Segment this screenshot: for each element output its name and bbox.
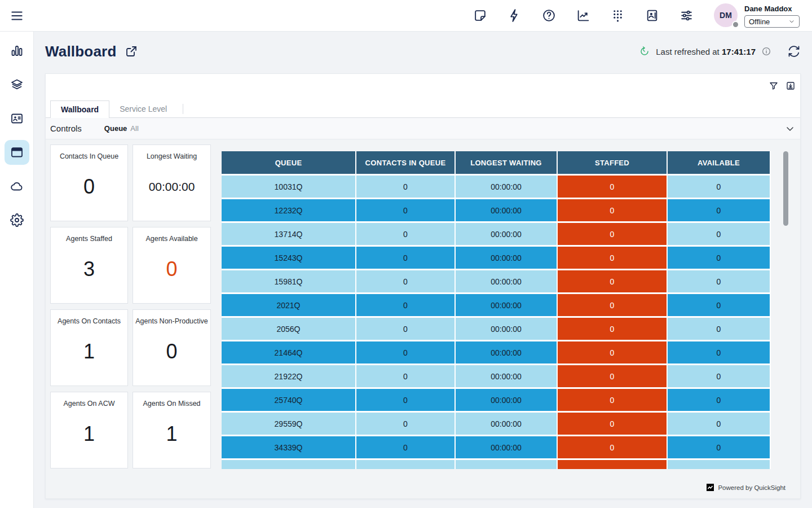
user-meta: Dane Maddox Offline — [744, 3, 800, 28]
tab-bar: WallboardService Level — [46, 100, 800, 118]
topbar-button-zap[interactable] — [508, 8, 522, 23]
quicksight-footer: Powered by QuickSight — [707, 484, 785, 491]
table-cell: 0 — [668, 199, 770, 221]
refresh-icon — [787, 45, 801, 58]
sidebar-item-metrics[interactable] — [5, 38, 29, 63]
table-cell: 0 — [356, 341, 454, 364]
table-cell: 0 — [558, 247, 667, 269]
help-icon — [542, 8, 556, 23]
table-cell: 15981Q — [222, 270, 355, 292]
kpi-card: Agents On ACW1 — [50, 392, 128, 468]
download-button[interactable] — [785, 81, 796, 91]
topbar-icon-group — [473, 8, 694, 23]
topbar-right: DM Dane Maddox Offline — [473, 3, 812, 28]
bar-chart-icon — [10, 44, 24, 58]
table-cell — [222, 460, 355, 469]
table-cell: 0 — [668, 294, 770, 316]
dashboard-sheet: Contacts In Queue0Longest Waiting00:00:0… — [46, 139, 800, 498]
refresh-button[interactable] — [787, 45, 801, 58]
column-header: LONGEST WAITING — [456, 151, 557, 174]
column-header: QUEUE — [222, 151, 355, 174]
open-external-button[interactable] — [125, 45, 138, 58]
queue-table: QUEUECONTACTS IN QUEUELONGEST WAITINGSTA… — [222, 151, 771, 469]
table-cell: 0 — [356, 413, 454, 435]
kpi-card: Agents Staffed3 — [50, 227, 128, 304]
table-cell — [356, 460, 454, 469]
status-select-value: Offline — [749, 17, 770, 26]
sidebar-item-contacts[interactable] — [5, 106, 29, 131]
refresh-area: Last refreshed at 17:41:17 — [639, 45, 801, 58]
table-cell: 0 — [668, 436, 770, 458]
sidebar-item-cloud[interactable] — [5, 174, 29, 199]
external-link-icon — [125, 45, 138, 58]
id-card-icon — [10, 112, 24, 125]
table-cell: 0 — [668, 318, 770, 340]
topbar: DM Dane Maddox Offline — [0, 0, 812, 32]
avatar[interactable]: DM — [714, 3, 738, 27]
sidebar-item-settings[interactable] — [5, 208, 29, 233]
tab-service-level[interactable]: Service Level — [109, 100, 177, 117]
queue-filter[interactable]: Queue All — [104, 124, 139, 133]
table-cell — [558, 460, 667, 469]
table-cell: 0 — [558, 199, 667, 221]
info-button[interactable] — [761, 46, 771, 56]
cloud-icon — [10, 179, 24, 193]
table-cell: 0 — [356, 247, 454, 269]
kpi-label: Agents On Contacts — [58, 317, 121, 325]
sidebar — [0, 32, 34, 508]
kpi-value: 0 — [166, 325, 177, 386]
layers-icon — [10, 78, 24, 91]
sidebar-item-wallboard[interactable] — [5, 140, 29, 165]
table-cell: 0 — [356, 294, 454, 316]
kpi-value: 1 — [166, 408, 177, 468]
table-cell: 34339Q — [222, 436, 355, 458]
menu-button[interactable] — [8, 7, 25, 24]
kpi-label: Agents Staffed — [66, 235, 112, 243]
dashboard-card: WallboardService Level Controls Queue Al… — [45, 73, 801, 499]
table-cell: 0 — [668, 176, 770, 198]
user-area: DM Dane Maddox Offline — [714, 3, 800, 28]
kpi-value: 1 — [83, 408, 95, 468]
sidebar-item-layers[interactable] — [5, 72, 29, 97]
topbar-button-dialpad[interactable] — [611, 8, 625, 23]
tab-wallboard[interactable]: Wallboard — [50, 100, 109, 118]
table-cell: 0 — [668, 413, 770, 435]
kpi-label: Agents Available — [145, 235, 197, 243]
topbar-button-contact-book[interactable] — [645, 8, 659, 23]
info-icon — [761, 46, 771, 56]
table-cell: 0 — [558, 270, 667, 292]
topbar-button-line-chart[interactable] — [576, 8, 590, 23]
table-scrollbar[interactable] — [783, 151, 788, 226]
topbar-button-note[interactable] — [473, 8, 487, 23]
table-cell: 0 — [558, 365, 667, 387]
kpi-label: Agents On ACW — [63, 400, 114, 408]
topbar-button-help[interactable] — [542, 8, 556, 23]
filter-button[interactable] — [769, 81, 779, 91]
table-cell: 00:00:00 — [456, 365, 557, 387]
kpi-value: 3 — [83, 243, 95, 303]
status-dot — [732, 21, 739, 28]
powered-by-text: Powered by QuickSight — [718, 484, 785, 491]
kpi-label: Agents On Missed — [143, 400, 200, 408]
table-cell: 2021Q — [222, 294, 355, 316]
chevron-down-icon — [784, 123, 796, 134]
table-cell: 15243Q — [222, 247, 355, 269]
status-select[interactable]: Offline — [744, 15, 800, 28]
table-cell: 0 — [558, 413, 667, 435]
note-icon — [473, 8, 487, 23]
filter-icon — [769, 81, 779, 91]
table-cell: 00:00:00 — [456, 199, 557, 221]
table-cell: 00:00:00 — [456, 318, 557, 340]
chevron-down-icon — [788, 18, 795, 25]
table-cell: 0 — [356, 223, 454, 245]
table-cell: 2056Q — [222, 318, 355, 340]
table-cell: 0 — [558, 341, 667, 364]
table-cell: 0 — [668, 365, 770, 387]
collapse-controls-button[interactable] — [784, 123, 796, 134]
topbar-button-sliders[interactable] — [679, 8, 694, 23]
column-header: AVAILABLE — [668, 151, 770, 174]
tab-divider — [183, 104, 183, 114]
kpi-value: 1 — [83, 325, 95, 386]
queue-filter-name: Queue — [104, 124, 127, 133]
table-cell: 00:00:00 — [456, 247, 557, 269]
